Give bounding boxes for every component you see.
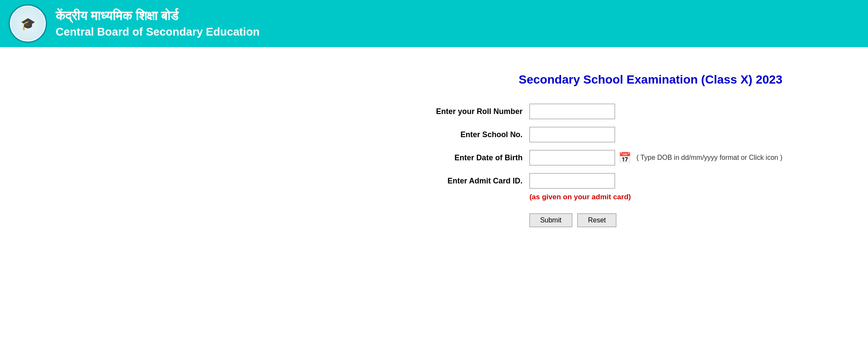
logo: 🎓 bbox=[9, 4, 47, 43]
roll-number-input[interactable] bbox=[529, 104, 615, 119]
site-header: 🎓 केंद्रीय माध्यमिक शिक्षा बोर्ड Central… bbox=[0, 0, 868, 47]
submit-button[interactable]: Submit bbox=[529, 213, 572, 227]
admit-card-note: (as given on your admit card) bbox=[529, 193, 631, 201]
school-no-input[interactable] bbox=[529, 127, 615, 142]
dob-input-group: 📅 ( Type DOB in dd/mm/yyyy format or Cli… bbox=[529, 150, 782, 165]
page-title: Secondary School Examination (Class X) 2… bbox=[519, 73, 782, 87]
calendar-icon[interactable]: 📅 bbox=[618, 152, 631, 164]
admit-card-label: Enter Admit Card ID. bbox=[403, 177, 523, 186]
roll-number-label: Enter your Roll Number bbox=[403, 107, 523, 116]
dob-label: Enter Date of Birth bbox=[403, 153, 523, 162]
school-no-label: Enter School No. bbox=[403, 130, 523, 139]
school-no-row: Enter School No. bbox=[403, 127, 615, 142]
logo-emblem: 🎓 bbox=[21, 17, 36, 31]
roll-number-row: Enter your Roll Number bbox=[403, 104, 615, 119]
header-text: केंद्रीय माध्यमिक शिक्षा बोर्ड Central B… bbox=[56, 9, 260, 39]
form-container: Enter your Roll Number Enter School No. … bbox=[403, 104, 782, 227]
admit-card-row: Enter Admit Card ID. bbox=[403, 173, 615, 189]
dob-row: Enter Date of Birth 📅 ( Type DOB in dd/m… bbox=[403, 150, 782, 165]
header-hindi-title: केंद्रीय माध्यमिक शिक्षा बोर्ड bbox=[56, 9, 260, 24]
main-content: Secondary School Examination (Class X) 2… bbox=[0, 47, 868, 227]
dob-input[interactable] bbox=[529, 150, 615, 165]
reset-button[interactable]: Reset bbox=[577, 213, 617, 227]
dob-hint: ( Type DOB in dd/mm/yyyy format or Click… bbox=[636, 154, 782, 162]
header-english-title: Central Board of Secondary Education bbox=[56, 25, 260, 39]
admit-card-input[interactable] bbox=[529, 173, 615, 189]
button-row: Submit Reset bbox=[529, 213, 617, 227]
